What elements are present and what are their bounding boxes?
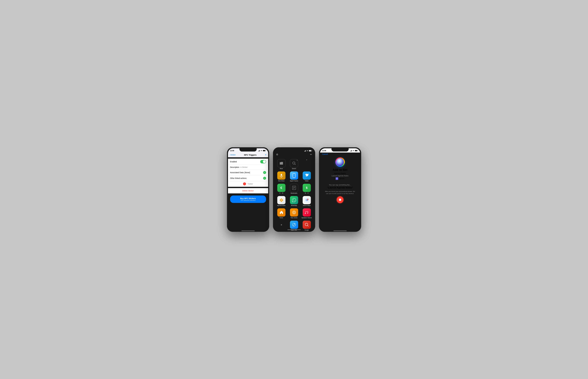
svg-rect-46 (351, 151, 351, 151)
app-label-timezones: Time Zones (291, 217, 297, 219)
launch-icon-letter: A (337, 178, 337, 179)
record-icon (339, 199, 341, 201)
app-icon-work[interactable] (277, 159, 285, 167)
siri-app-name: Agenda Notes (334, 172, 346, 174)
app-label-search: Search (292, 168, 296, 169)
description-value: A Sticker (240, 166, 248, 168)
buy-button-subtitle: 10% discount unlocked (232, 200, 264, 201)
app-label-bookmarks: Bookmarks (291, 192, 297, 194)
phone3: 12:59 (319, 147, 361, 232)
buy-button-title: Buy NFC Stickers (232, 197, 264, 200)
enabled-toggle[interactable] (260, 160, 266, 163)
status-icons-1 (258, 150, 266, 151)
other-linked-add-button[interactable]: + (263, 177, 266, 180)
battery-icon-1 (263, 150, 266, 151)
description-row: Description A Sticker (228, 165, 268, 170)
app-label-agenda: Agenda Notes (277, 205, 285, 206)
app-icon-openurl[interactable] (290, 221, 298, 229)
maps-svg: G (304, 198, 309, 203)
app-icon-google[interactable] (303, 221, 311, 229)
notch2 (285, 148, 303, 152)
other-linked-row: Other linked actions: + (228, 175, 268, 181)
app-label-euro: € → $ (279, 192, 283, 194)
cancel-button[interactable]: Cancel (322, 153, 328, 155)
twitter-label: Twitter (248, 183, 253, 185)
launch-app-icon: A (336, 177, 338, 180)
app-icon-appleframes[interactable] (290, 172, 298, 180)
app-icon-maps[interactable]: G (303, 196, 311, 204)
enabled-label: Enabled (230, 161, 237, 163)
delete-row[interactable]: Delete Sticker (228, 188, 268, 193)
screen1: 12:59 (228, 148, 268, 205)
svg-rect-7 (304, 151, 305, 152)
list-item: ◉ Search (288, 158, 300, 170)
search-svg (292, 161, 296, 165)
dollar-symbol: $ (306, 186, 308, 190)
siri-title: Add to Siri (333, 168, 347, 172)
google-svg (305, 223, 309, 227)
siri-orb (335, 157, 345, 167)
app-icon-bookmarks[interactable] (290, 184, 298, 192)
siri-description: After you record your personalized phras… (323, 190, 357, 195)
app-label-dollar: $ → € (305, 192, 309, 194)
app-icon-speakers[interactable] (303, 208, 311, 217)
associated-add-button[interactable]: + (263, 171, 266, 174)
siri-phrase: "Launch Agenda Notes" (327, 186, 353, 189)
add-button-1[interactable]: + (265, 153, 267, 156)
battery-icon-3 (355, 150, 358, 151)
svg-rect-0 (258, 151, 259, 151)
settings-list-1: Enabled Description A Sticker Associated… (228, 159, 268, 187)
compass-svg (292, 223, 296, 227)
app-icon-euro[interactable]: € (277, 184, 285, 192)
svg-rect-51 (358, 150, 358, 151)
pencil-icon[interactable]: ✏ (310, 153, 312, 156)
notch3 (331, 148, 349, 152)
phone1: 12:59 (227, 147, 269, 232)
app-grid: Work ◉ Search ◉ (274, 157, 314, 231)
phones-container: 12:59 (227, 147, 361, 232)
svg-rect-12 (309, 150, 311, 151)
app-icon-twitter[interactable] (303, 172, 311, 180)
list-item: ◉ (300, 158, 313, 170)
wifi-icon-2 (307, 150, 308, 152)
status-icons-3 (350, 150, 358, 151)
twitter-svg (305, 174, 309, 177)
buy-button[interactable]: Buy NFC Stickers 10% discount unlocked (230, 195, 266, 203)
svg-point-31 (308, 199, 308, 200)
app-icon-dollar[interactable]: $ (303, 184, 311, 192)
app-icon-search[interactable]: ◉ (290, 159, 298, 167)
microphone-svg (279, 173, 284, 178)
associated-row: Associated Data: [None] + (228, 170, 268, 175)
app-icon-home[interactable] (277, 208, 285, 217)
svg-point-40 (294, 224, 294, 225)
signal-icon-3 (350, 150, 352, 151)
app-icon-newshow[interactable] (277, 172, 285, 180)
time-1: 12:59 (230, 150, 234, 152)
twitter-remove-button[interactable]: – (243, 182, 246, 185)
svg-rect-47 (351, 150, 351, 151)
record-button[interactable] (337, 196, 343, 203)
signal-icon-2 (304, 150, 306, 152)
associated-label: Associated Data: [None] (230, 172, 250, 174)
app-label-google: Google (305, 229, 309, 231)
app-icon-whatsapp[interactable] (290, 196, 298, 204)
launch-text: Launch (339, 177, 344, 179)
app-icon-timezones[interactable] (290, 208, 298, 217)
nav-title-1: NFC Triggers (244, 154, 256, 156)
gear-icon[interactable]: ⚙ (276, 153, 278, 156)
chevron-left-icon-1: ‹ (230, 154, 230, 156)
app-icon-agenda[interactable]: A (277, 196, 285, 204)
svg-rect-1 (259, 151, 259, 151)
status-icons-2 (304, 150, 312, 152)
list-item: G Search Maps (300, 195, 313, 207)
list-item: Home (275, 207, 288, 220)
euro-symbol: € (280, 186, 282, 190)
app-label-maps: Search Maps (303, 205, 310, 206)
phone2-header: ⚙ ✏ (274, 153, 314, 157)
list-item: Speakers Volume (300, 207, 313, 220)
back-button-1[interactable]: ‹ Action (230, 154, 236, 156)
battery-icon-2 (309, 150, 312, 152)
list-item: WhatsApp (288, 195, 300, 207)
app-label-work: Work (280, 168, 283, 169)
list-item: Bookmarks (288, 183, 300, 195)
